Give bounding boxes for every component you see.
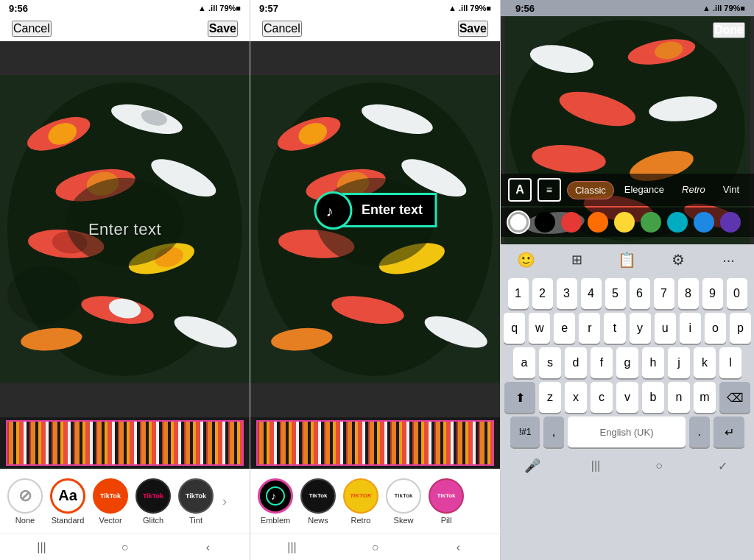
sticker-glitch[interactable]: TikTok Glitch [134,478,172,525]
key-h[interactable]: h [642,347,664,378]
timeline-strip-1[interactable] [6,420,244,466]
key-5[interactable]: 5 [605,278,626,309]
color-black[interactable] [535,212,555,233]
nav-home-2[interactable]: ○ [365,537,386,558]
save-button-2[interactable]: Save [458,21,488,37]
sticker-emblem[interactable]: ♪ Emblem [256,478,295,525]
period-key[interactable]: . [689,417,710,447]
key-x[interactable]: x [565,382,587,413]
nav-menu-3[interactable]: ||| [585,456,606,476]
nav-check-3[interactable]: ✓ [712,456,733,476]
sticker-retro[interactable]: TIKTOK Retro [342,478,380,525]
emoji-button[interactable]: 🙂 [514,248,538,272]
status-bar-1: 9:56 ▲ .ill 79%■ [0,0,250,16]
nav-menu-1[interactable]: ||| [32,537,52,558]
enter-text-label-1[interactable]: Enter text [88,220,161,239]
nav-back-2[interactable]: ‹ [448,537,469,558]
key-d[interactable]: d [565,347,587,378]
key-7[interactable]: 7 [654,278,674,309]
sticker-label-skew: Skew [394,516,414,525]
key-9[interactable]: 9 [702,278,723,309]
mic-icon[interactable]: 🎤 [522,456,543,476]
svg-text:♪: ♪ [271,490,276,502]
timeline-strip-2[interactable] [256,420,494,466]
align-button[interactable]: ≡ [538,178,561,202]
key-o[interactable]: o [705,313,726,344]
done-button[interactable]: Done [713,22,745,38]
key-8[interactable]: 8 [678,278,699,309]
nav-home-1[interactable]: ○ [115,537,135,558]
sticker-icon-pill: TikTok [429,478,464,514]
color-white[interactable] [508,212,529,233]
sticker-skew[interactable]: TikTok Skew [384,478,423,525]
panel-3-keyboard: 9:56 ▲ .ill 79%■ Done A ≡ Classic Elegan… [501,0,754,560]
tab-classic[interactable]: Classic [567,181,614,199]
emblem-overlay[interactable]: ♪ Enter text [314,191,437,230]
sticker-standard[interactable]: Aa Standard [49,478,87,525]
key-m[interactable]: m [694,382,716,413]
key-b[interactable]: b [642,382,664,413]
numbers-key[interactable]: !#1 [510,417,540,447]
key-i[interactable]: i [680,313,701,344]
color-orange[interactable] [588,212,608,233]
key-c[interactable]: c [591,382,613,413]
key-v[interactable]: v [616,382,638,413]
cancel-button-1[interactable]: Cancel [12,21,52,37]
key-e[interactable]: e [554,313,575,344]
color-yellow[interactable] [614,212,635,233]
timeline-container-1 [0,417,250,469]
color-blue[interactable] [694,212,714,233]
color-green[interactable] [641,212,661,233]
key-6[interactable]: 6 [630,278,650,309]
shift-key[interactable]: ⬆ [504,382,535,413]
key-g[interactable]: g [616,347,638,378]
key-1[interactable]: 1 [508,278,529,309]
sticker-news[interactable]: TikTok News [299,478,337,525]
key-z[interactable]: z [539,382,561,413]
sticker-none[interactable]: ⊘ None [6,478,44,525]
font-style-button[interactable]: A [508,178,532,202]
more-button[interactable]: ··· [717,248,741,272]
key-s[interactable]: s [539,347,561,378]
tab-retro[interactable]: Retro [674,181,713,199]
key-0[interactable]: 0 [727,278,747,309]
key-j[interactable]: j [668,347,690,378]
nav-back-1[interactable]: ‹ [198,537,219,558]
clipboard-button[interactable]: 📋 [616,248,639,272]
key-l[interactable]: l [719,347,741,378]
key-3[interactable]: 3 [557,278,577,309]
key-4[interactable]: 4 [581,278,602,309]
settings-keyboard-button[interactable]: ⚙ [666,248,690,272]
color-purple[interactable] [720,212,741,233]
sticker-vector[interactable]: TikTok Vector [91,478,130,525]
color-red[interactable] [561,212,582,233]
tiktok-logo-circle: ♪ [314,191,352,230]
tab-elegance[interactable]: Elegance [617,181,672,199]
nav-menu-2[interactable]: ||| [282,537,303,558]
nav-home-3[interactable]: ○ [649,456,669,476]
save-button-1[interactable]: Save [208,21,238,37]
cancel-button-2[interactable]: Cancel [262,21,302,37]
return-key[interactable]: ↵ [714,417,744,447]
key-2[interactable]: 2 [532,278,553,309]
tab-vint[interactable]: Vint [716,181,747,199]
sticker-tint[interactable]: TikTok Tint [177,478,215,525]
sticker-icon-news: TikTok [300,478,336,514]
sticker-button[interactable]: ⊞ [565,248,588,272]
key-a[interactable]: a [513,347,535,378]
comma-key[interactable]: , [543,417,564,447]
key-u[interactable]: u [655,313,676,344]
key-q[interactable]: q [504,313,525,344]
key-y[interactable]: y [630,313,651,344]
key-r[interactable]: r [579,313,600,344]
space-key[interactable]: English (UK) [568,417,686,447]
key-w[interactable]: w [529,313,550,344]
key-n[interactable]: n [668,382,690,413]
key-k[interactable]: k [694,347,716,378]
sticker-pill[interactable]: TikTok Pill [427,478,465,525]
color-teal[interactable] [667,212,688,233]
key-t[interactable]: t [604,313,625,344]
key-p[interactable]: p [730,313,751,344]
backspace-key[interactable]: ⌫ [719,382,750,413]
key-f[interactable]: f [591,347,613,378]
